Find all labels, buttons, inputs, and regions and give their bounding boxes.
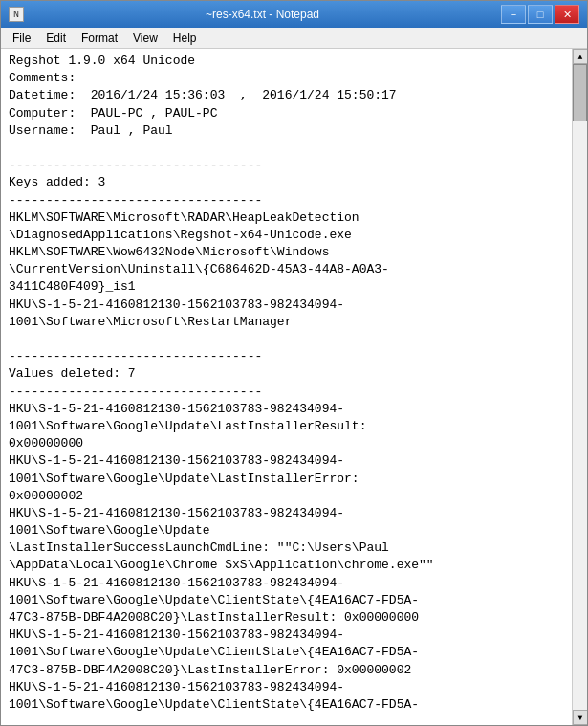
title-bar: N ~res-x64.txt - Notepad − □ ✕	[1, 1, 587, 28]
menu-format[interactable]: Format	[74, 28, 125, 48]
text-editor[interactable]	[1, 49, 572, 725]
scroll-thumb[interactable]	[573, 64, 587, 121]
scroll-thumb-area	[573, 64, 587, 710]
scroll-up-button[interactable]: ▲	[573, 49, 587, 64]
notepad-window: N ~res-x64.txt - Notepad − □ ✕ File Edit…	[0, 0, 588, 726]
scroll-down-button[interactable]: ▼	[573, 710, 587, 725]
window-title: ~res-x64.txt - Notepad	[24, 8, 501, 21]
menu-bar: File Edit Format View Help	[1, 28, 587, 49]
maximize-button[interactable]: □	[528, 5, 553, 24]
content-area: ▲ ▼	[1, 49, 587, 725]
vertical-scrollbar[interactable]: ▲ ▼	[572, 49, 587, 725]
minimize-button[interactable]: −	[501, 5, 526, 24]
menu-view[interactable]: View	[125, 28, 165, 48]
menu-help[interactable]: Help	[165, 28, 205, 48]
menu-edit[interactable]: Edit	[38, 28, 74, 48]
window-controls: − □ ✕	[501, 5, 579, 24]
app-icon: N	[9, 7, 24, 22]
menu-file[interactable]: File	[5, 28, 38, 48]
close-button[interactable]: ✕	[555, 5, 579, 24]
